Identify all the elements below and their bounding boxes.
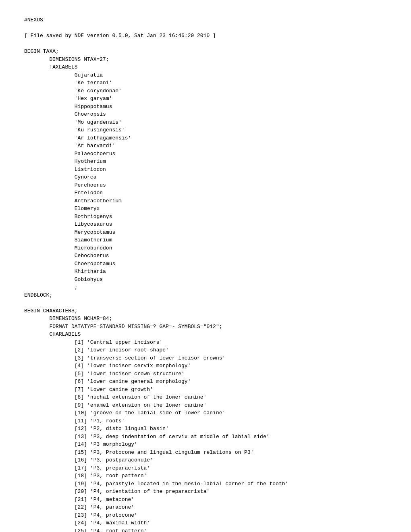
nexus-file-content: #NEXUS [ File saved by NDE version 0.5.0…	[24, 16, 387, 532]
